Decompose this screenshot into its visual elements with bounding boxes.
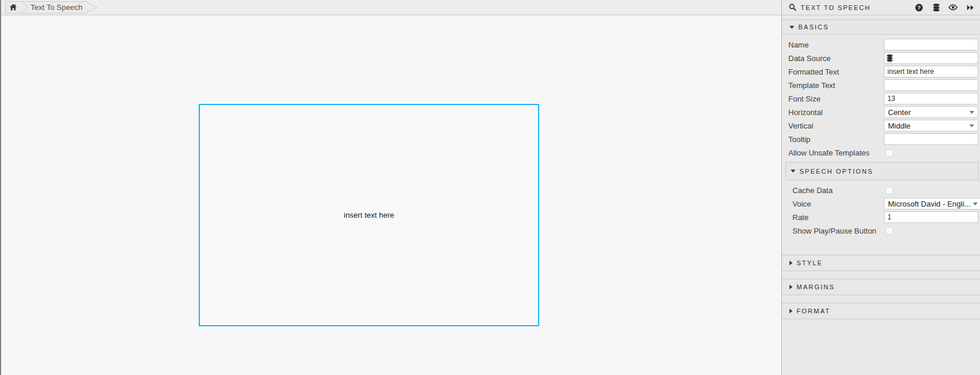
property-label: Template Text [788, 81, 884, 90]
section-header-style[interactable]: STYLE [782, 255, 980, 271]
breadcrumb: Text To Speech [5, 1, 105, 13]
breadcrumb-bar: Text To Speech [1, 0, 781, 15]
property-row-data-source: Data Source [788, 52, 978, 64]
panel-title: TEXT TO SPEECH [801, 4, 870, 11]
dropdown-arrow-icon [969, 124, 974, 127]
property-label: Name [788, 40, 884, 49]
voice-select[interactable]: Microsoft David - Engli... [884, 198, 980, 210]
widget-text: insert text here [344, 211, 394, 219]
triangle-down-icon [791, 170, 795, 173]
section-label: BASICS [798, 23, 829, 31]
horizontal-select[interactable]: Center [884, 106, 978, 118]
breadcrumb-current-tab[interactable]: Text To Speech [30, 1, 83, 13]
property-row-vertical: Vertical Middle [788, 120, 978, 131]
property-row-allow-unsafe-templates: Allow Unsafe Templates [788, 147, 978, 158]
property-row-name: Name [788, 39, 978, 50]
section-header-basics[interactable]: BASICS [782, 19, 980, 35]
property-label: Rate [792, 213, 884, 222]
vertical-select[interactable]: Middle [884, 120, 978, 131]
triangle-right-icon [790, 285, 792, 289]
design-canvas[interactable]: insert text here [1, 15, 781, 375]
database-icon [886, 54, 893, 62]
show-play-pause-checkbox[interactable] [886, 227, 893, 235]
section-gap [782, 243, 980, 255]
property-row-font-size: Font Size [788, 93, 978, 104]
section-label: FORMAT [797, 308, 831, 315]
section-label: MARGINS [797, 283, 835, 290]
template-text-input[interactable] [884, 79, 978, 91]
section-label: STYLE [797, 259, 823, 266]
section-header-format[interactable]: FORMAT [782, 303, 980, 319]
property-label: Formatted Text [788, 67, 884, 76]
property-label: Voice [792, 200, 884, 208]
svg-text:?: ? [917, 5, 921, 11]
rate-input[interactable] [884, 211, 978, 223]
tooltip-input[interactable] [884, 133, 978, 145]
property-row-formatted-text: Formatted Text [788, 66, 978, 77]
basics-rows: Name Data Source [782, 35, 980, 158]
data-source-picker[interactable] [884, 52, 978, 64]
properties-panel: TEXT TO SPEECH ? [781, 0, 980, 375]
property-row-rate: Rate [792, 211, 978, 223]
property-label: Show Play/Pause Button [792, 227, 884, 235]
preview-eye-icon[interactable] [948, 3, 958, 12]
property-label: Horizontal [788, 108, 884, 117]
name-input[interactable] [884, 39, 978, 50]
font-size-input[interactable] [884, 93, 978, 104]
home-icon[interactable] [9, 4, 17, 11]
property-row-template-text: Template Text [788, 79, 978, 91]
text-to-speech-widget-selected[interactable]: insert text here [199, 104, 539, 326]
collapse-panel-icon[interactable] [965, 3, 975, 12]
search-icon[interactable] [789, 4, 797, 11]
section-label: SPEECH OPTIONS [799, 168, 873, 175]
speech-options-rows: Cache Data Voice Microsoft David - Engli… [782, 180, 980, 243]
help-icon[interactable]: ? [914, 3, 924, 12]
allow-unsafe-templates-checkbox[interactable] [886, 149, 893, 157]
dropdown-arrow-icon [969, 111, 974, 114]
property-label: Allow Unsafe Templates [788, 148, 884, 157]
triangle-down-icon [790, 26, 794, 29]
property-row-tooltip: Tooltip [788, 133, 978, 145]
dropdown-arrow-icon [973, 202, 978, 205]
cache-data-checkbox[interactable] [886, 187, 893, 194]
property-row-voice: Voice Microsoft David - Engli... [792, 198, 978, 210]
property-label: Vertical [788, 121, 884, 130]
triangle-right-icon [790, 261, 792, 265]
section-header-speech-options[interactable]: SPEECH OPTIONS [785, 162, 979, 180]
property-label: Data Source [788, 54, 884, 63]
triangle-right-icon [790, 309, 792, 313]
properties-panel-header: TEXT TO SPEECH ? [782, 0, 980, 15]
formatted-text-input[interactable] [884, 66, 978, 77]
property-row-horizontal: Horizontal Center [788, 106, 978, 118]
section-header-margins[interactable]: MARGINS [782, 279, 980, 295]
data-source-icon[interactable] [931, 3, 941, 12]
property-label: Tooltip [788, 135, 884, 144]
panel-header-actions: ? [914, 3, 975, 12]
property-label: Font Size [788, 94, 884, 103]
properties-panel-body: BASICS Name Data Source [782, 15, 980, 319]
property-row-cache-data: Cache Data [792, 184, 978, 196]
property-row-show-play-pause: Show Play/Pause Button [792, 225, 978, 237]
property-label: Cache Data [792, 186, 884, 195]
app-window: Text To Speech insert text here TEXT TO … [0, 0, 980, 375]
